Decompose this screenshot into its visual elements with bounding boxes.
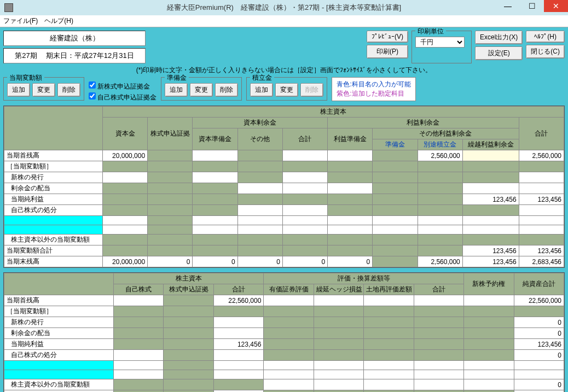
group-junbi: 準備金 <box>165 73 189 83</box>
touki-add-button[interactable]: 追加 <box>7 83 30 97</box>
preview-button[interactable]: ﾌﾟﾚﾋﾞｭｰ(V) <box>367 31 408 43</box>
check-jiko[interactable]: 自己株式申込証拠金 <box>89 92 157 102</box>
legend-box: 青色:科目名の入力が可能 紫色:追加した勘定科目 <box>332 77 415 101</box>
touki-change-button[interactable]: 変更 <box>32 83 55 97</box>
junbi-add-button[interactable]: 追加 <box>165 83 188 97</box>
close-panel-button[interactable]: 閉じる(C) <box>526 45 565 58</box>
setting-button[interactable]: 設定(E) <box>475 46 523 60</box>
period-info: 第27期 期末日：平成27年12月31日 <box>3 48 146 63</box>
window-title: 経審大臣Premium(R) 経審建設（株）・第27期 - [株主資本等変動計算… <box>167 3 401 13</box>
legend-blue: 青色:科目名の入力が可能 <box>337 80 410 89</box>
company-name: 経審建設（株） <box>3 31 146 46</box>
maximize-button[interactable]: ☐ <box>520 0 544 12</box>
titlebar: 経審大臣Premium(R) 経審建設（株）・第27期 - [株主資本等変動計算… <box>0 0 568 15</box>
print-button[interactable]: 印刷(P) <box>367 45 408 58</box>
group-tsumitate: 積立金 <box>250 73 274 83</box>
menu-help[interactable]: ヘルプ(H) <box>44 16 73 26</box>
equity-table-2: 株主資本 評価・換算差額等 新株予約権 純資産合計 自己株式 株式申込証拠 合計… <box>4 273 564 392</box>
tsumitate-change-button[interactable]: 変更 <box>275 83 298 97</box>
menubar: ファイル(F) ヘルプ(H) <box>0 15 568 27</box>
check-shinkabu[interactable]: 新株式申込証拠金 <box>89 81 157 91</box>
tsumitate-delete-button[interactable]: 削除 <box>300 83 323 97</box>
minimize-button[interactable]: — <box>496 0 520 12</box>
equity-table-1: 株主資本 資本金 株式申込証拠 資本剰余金 利益剰余金 合計 資本準備金 その他… <box>4 106 564 267</box>
tsumitate-add-button[interactable]: 追加 <box>250 83 273 97</box>
group-touki: 当期変動額 <box>7 73 44 83</box>
printunit-label: 印刷単位 <box>415 27 446 36</box>
close-button[interactable]: ✕ <box>544 0 568 12</box>
print-note: (*)印刷時に文字・金額が正しく入りきらない場合には［設定］画面でﾌｫﾝﾄｻｲｽ… <box>3 66 565 75</box>
help-button[interactable]: ﾍﾙﾌﾟ(H) <box>526 31 565 43</box>
excel-button[interactable]: Excel出力(X) <box>475 31 523 44</box>
junbi-delete-button[interactable]: 削除 <box>215 83 238 97</box>
menu-file[interactable]: ファイル(F) <box>3 16 38 26</box>
app-icon <box>4 3 13 12</box>
junbi-change-button[interactable]: 変更 <box>190 83 213 97</box>
printunit-select[interactable]: 千円 <box>415 37 465 48</box>
legend-purple: 紫色:追加した勘定科目 <box>337 89 410 98</box>
touki-delete-button[interactable]: 削除 <box>57 83 80 97</box>
